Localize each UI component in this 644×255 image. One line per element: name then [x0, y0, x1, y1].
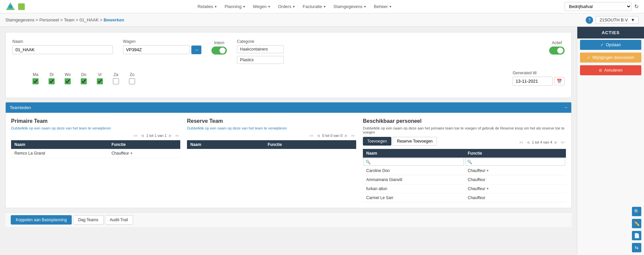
- day-wo-checkbox[interactable]: [65, 78, 71, 84]
- nav-planning[interactable]: Planning ▼: [221, 0, 249, 13]
- team-panel-body: Primaire Team Dubbelklik op een naam op …: [6, 113, 571, 208]
- caret-icon: ▼: [268, 5, 271, 8]
- search-functie-input[interactable]: [474, 159, 565, 165]
- cancel-label: Annuleren: [604, 68, 623, 73]
- day-do: Do: [81, 72, 87, 84]
- refresh-button[interactable]: ↻: [634, 3, 639, 10]
- naam-group: Naam: [12, 39, 113, 54]
- actief-toggle-slider: [549, 47, 565, 55]
- form-card: Naam Wagen → Intern: [5, 32, 572, 98]
- toggle-slider: [211, 47, 227, 55]
- nav-relaties[interactable]: Relaties ▼: [194, 0, 220, 13]
- primaire-col-naam: Naam: [11, 140, 108, 149]
- reserve-next-btn[interactable]: ▶: [344, 133, 349, 138]
- main-content: Naam Wagen → Intern: [0, 27, 644, 255]
- calendar-button[interactable]: 📅: [554, 77, 565, 85]
- generated-input[interactable]: [513, 77, 553, 86]
- table-row[interactable]: Remco La Grand Chauffeur +: [11, 149, 180, 158]
- intern-label: Intern: [214, 40, 224, 45]
- day-do-checkbox[interactable]: [81, 78, 87, 84]
- primaire-page-info: 1 tot 1 van 1: [146, 134, 167, 138]
- beschikbaar-search-row: 🔍 🔍: [363, 158, 566, 166]
- reserve-hint: Dubbelklik op een naam op deze van het t…: [187, 126, 356, 130]
- search-naam-input[interactable]: [372, 159, 463, 165]
- intern-toggle-group: Intern: [211, 40, 227, 55]
- beschikbaar-last-btn[interactable]: ⏭: [560, 140, 566, 145]
- collapse-icon[interactable]: −: [565, 105, 567, 110]
- nav-beheer[interactable]: Beheer ▼: [371, 0, 395, 13]
- beschikbaar-pagination: ⏮ ◀ 1 tot 4 van 4 ▶ ⏭: [518, 140, 566, 145]
- beschikbaar-naam-1: Ammamaria Gianvill: [363, 175, 464, 184]
- reserve-first-btn[interactable]: ⏮: [308, 133, 314, 138]
- nav-left: [5, 2, 25, 12]
- wagen-group: Wagen →: [123, 39, 201, 54]
- reserve-page-info: 0 tot 0 van 0: [322, 134, 342, 138]
- day-ma-checkbox[interactable]: [33, 78, 39, 84]
- reserve-prev-btn[interactable]: ◀: [316, 133, 321, 138]
- reserve-toevoegen-button[interactable]: Reserve Toevoegen: [393, 137, 437, 146]
- nav-right: Bedrijfsafval ↻: [565, 2, 639, 11]
- tab-koppelen[interactable]: Koppelen aan Basisplanning: [11, 215, 72, 225]
- nav-wegen[interactable]: Wegen ▼: [250, 0, 274, 13]
- nav-orders[interactable]: Orders ▼: [275, 0, 299, 13]
- beschikbaar-first-btn[interactable]: ⏮: [518, 140, 524, 145]
- intern-toggle[interactable]: [211, 47, 227, 55]
- beschikbaar-next-btn[interactable]: ▶: [554, 140, 559, 145]
- nav-menu: Relaties ▼ Planning ▼ Wegen ▼ Orders ▼ F…: [194, 0, 395, 13]
- reserve-thead: Naam Functie: [187, 140, 356, 149]
- wagen-input-group: →: [123, 45, 201, 54]
- toevoegen-button[interactable]: Toevoegen: [363, 137, 391, 146]
- wagen-input[interactable]: [123, 45, 190, 54]
- sidebar-search-icon[interactable]: 🔍: [632, 207, 641, 216]
- categorie-group: Categorie Haakcontainers Plastics: [237, 39, 284, 65]
- actief-toggle[interactable]: [549, 47, 565, 55]
- cancel-button[interactable]: ⊘ Annuleren: [580, 65, 641, 75]
- company-badge[interactable]: 21SOUTH B.V. ▼: [596, 16, 639, 24]
- nav-facturatie[interactable]: Facturatie ▼: [299, 0, 329, 13]
- reserve-col-functie: Functie: [264, 140, 356, 149]
- day-vr-checkbox[interactable]: [97, 78, 103, 84]
- apply-button[interactable]: ✓ Wijzigingen doorvoeren: [580, 53, 641, 63]
- beschikbaar-prev-btn[interactable]: ◀: [525, 140, 530, 145]
- day-di-checkbox[interactable]: [49, 78, 55, 84]
- primaire-last-btn[interactable]: ⏭: [174, 133, 180, 138]
- apply-label: Wijzigingen doorvoeren: [592, 55, 634, 60]
- actief-label: Actief: [552, 40, 562, 45]
- table-row[interactable]: Carmel Le Sarr Chauffeur: [363, 193, 566, 202]
- primaire-next-btn[interactable]: ▶: [168, 133, 173, 138]
- primaire-naam-0: Remco La Grand: [11, 149, 108, 158]
- beschikbaar-naam-3: Carmel Le Sarr: [363, 193, 464, 202]
- sidebar-share-icon[interactable]: ⇆: [632, 243, 641, 252]
- primaire-functie-0: Chauffeur +: [108, 149, 180, 158]
- day-za-checkbox[interactable]: [113, 78, 119, 84]
- days-row: Ma Di Wo Do Vr: [12, 71, 565, 86]
- company-select[interactable]: Bedrijfsafval: [565, 2, 632, 11]
- primaire-prev-btn[interactable]: ◀: [140, 133, 145, 138]
- beschikbaar-table: Naam Functie 🔍: [363, 149, 566, 202]
- day-wo: Wo: [65, 72, 71, 84]
- primaire-first-btn[interactable]: ⏮: [132, 133, 138, 138]
- sidebar-edit-icon[interactable]: ✏️: [632, 219, 641, 228]
- generated-label: Generated till: [513, 71, 565, 75]
- sidebar-copy-icon[interactable]: 📄: [632, 231, 641, 240]
- save-label: Opslaan: [606, 42, 621, 47]
- day-zo-checkbox[interactable]: [129, 78, 135, 84]
- help-button[interactable]: ?: [586, 16, 593, 24]
- save-button[interactable]: ✓ Opslaan: [580, 40, 641, 50]
- cancel-icon: ⊘: [599, 68, 602, 73]
- actions-header: ACTIES: [577, 27, 644, 38]
- tab-dag-teams[interactable]: Dag Teams: [73, 215, 103, 225]
- avail-btn-row: Toevoegen Reserve Toevoegen: [363, 137, 437, 146]
- tab-audit-trail[interactable]: Audit-Trail: [105, 215, 133, 225]
- svg-rect-1: [9, 5, 12, 8]
- table-row[interactable]: Ammamaria Gianvill Chauffeur: [363, 175, 566, 184]
- categorie-item-0: Haakcontainers: [237, 45, 284, 53]
- wagen-arrow-button[interactable]: →: [191, 46, 201, 54]
- reserve-last-btn[interactable]: ⏭: [350, 133, 356, 138]
- categorie-label: Categorie: [237, 39, 284, 44]
- reserve-table: Naam Functie: [187, 140, 356, 149]
- naam-input[interactable]: [12, 45, 113, 54]
- table-row[interactable]: Caroline Don Chauffeur +: [363, 166, 566, 175]
- table-row[interactable]: furkan altun Chauffeur +: [363, 184, 566, 193]
- nav-stamgegevens[interactable]: Stamgegevens ▼: [330, 0, 370, 13]
